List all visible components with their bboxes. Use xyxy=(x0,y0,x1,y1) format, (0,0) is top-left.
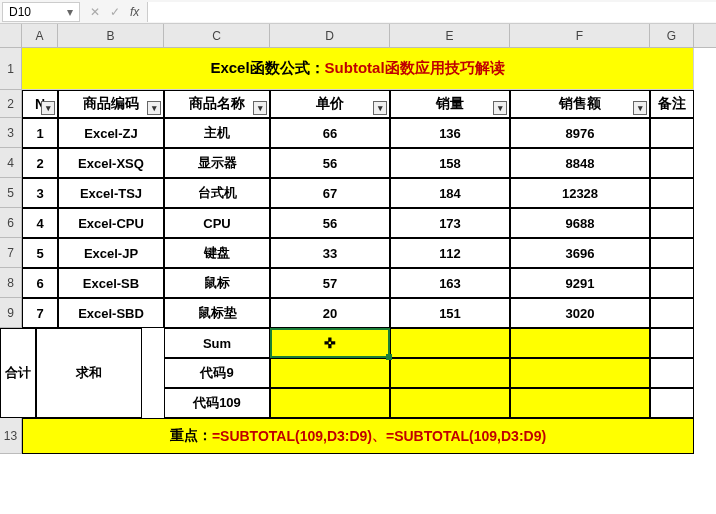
cell-price[interactable]: 57 xyxy=(270,268,390,298)
cell-sales[interactable]: 8976 xyxy=(510,118,650,148)
cell-code[interactable]: Excel-SBD xyxy=(58,298,164,328)
header-name[interactable]: 商品名称▾ xyxy=(164,90,270,118)
row-header-9[interactable]: 9 xyxy=(0,298,22,328)
row-header-13[interactable]: 13 xyxy=(0,418,22,454)
filter-icon[interactable]: ▾ xyxy=(373,101,387,115)
cell-name[interactable]: 台式机 xyxy=(164,178,270,208)
code9-label[interactable]: 代码9 xyxy=(164,358,270,388)
cell-D12[interactable] xyxy=(270,388,390,418)
cell-G12[interactable] xyxy=(650,388,694,418)
select-all-corner[interactable] xyxy=(0,24,22,48)
row-header-8[interactable]: 8 xyxy=(0,268,22,298)
cell-remark[interactable] xyxy=(650,118,694,148)
cell-sales[interactable]: 12328 xyxy=(510,178,650,208)
cell-price[interactable]: 20 xyxy=(270,298,390,328)
cell-code[interactable]: Excel-TSJ xyxy=(58,178,164,208)
cell-code[interactable]: Excel-CPU xyxy=(58,208,164,238)
header-price[interactable]: 单价▾ xyxy=(270,90,390,118)
cell-name[interactable]: 主机 xyxy=(164,118,270,148)
filter-icon[interactable]: ▾ xyxy=(633,101,647,115)
cell-qty[interactable]: 136 xyxy=(390,118,510,148)
cell-remark[interactable] xyxy=(650,178,694,208)
cell-price[interactable]: 67 xyxy=(270,178,390,208)
cell-price[interactable]: 56 xyxy=(270,148,390,178)
cell-E11[interactable] xyxy=(390,358,510,388)
col-header-A[interactable]: A xyxy=(22,24,58,47)
cell-n[interactable]: 5 xyxy=(22,238,58,268)
row-header-4[interactable]: 4 xyxy=(0,148,22,178)
cell-qty[interactable]: 184 xyxy=(390,178,510,208)
fx-icon[interactable]: fx xyxy=(130,5,139,19)
cell-remark[interactable] xyxy=(650,298,694,328)
cell-name[interactable]: CPU xyxy=(164,208,270,238)
cell-code[interactable]: Excel-ZJ xyxy=(58,118,164,148)
cell-code[interactable]: Excel-SB xyxy=(58,268,164,298)
cell-D11[interactable] xyxy=(270,358,390,388)
row-header-1[interactable]: 1 xyxy=(0,48,22,90)
cell-qty[interactable]: 163 xyxy=(390,268,510,298)
cell-qty[interactable]: 158 xyxy=(390,148,510,178)
cell-n[interactable]: 3 xyxy=(22,178,58,208)
cell-E10[interactable] xyxy=(390,328,510,358)
cell-qty[interactable]: 112 xyxy=(390,238,510,268)
cell-n[interactable]: 7 xyxy=(22,298,58,328)
cell-G11[interactable] xyxy=(650,358,694,388)
header-sales[interactable]: 销售额▾ xyxy=(510,90,650,118)
row-header-6[interactable]: 6 xyxy=(0,208,22,238)
cell-code[interactable]: Excel-XSQ xyxy=(58,148,164,178)
cancel-icon[interactable]: ✕ xyxy=(90,5,100,19)
col-header-E[interactable]: E xyxy=(390,24,510,47)
col-header-C[interactable]: C xyxy=(164,24,270,47)
header-code[interactable]: 商品编码▾ xyxy=(58,90,164,118)
sum-label[interactable]: Sum xyxy=(164,328,270,358)
cell-price[interactable]: 56 xyxy=(270,208,390,238)
col-header-B[interactable]: B xyxy=(58,24,164,47)
row-header-7[interactable]: 7 xyxy=(0,238,22,268)
cell-n[interactable]: 2 xyxy=(22,148,58,178)
header-qty[interactable]: 销量▾ xyxy=(390,90,510,118)
cell-E12[interactable] xyxy=(390,388,510,418)
cell-sales[interactable]: 3696 xyxy=(510,238,650,268)
cell-name[interactable]: 鼠标垫 xyxy=(164,298,270,328)
cell-sales[interactable]: 9688 xyxy=(510,208,650,238)
name-box[interactable]: D10 ▾ xyxy=(2,2,80,22)
col-header-F[interactable]: F xyxy=(510,24,650,47)
cell-sales[interactable]: 8848 xyxy=(510,148,650,178)
cell-n[interactable]: 1 xyxy=(22,118,58,148)
col-header-G[interactable]: G xyxy=(650,24,694,47)
filter-icon[interactable]: ▾ xyxy=(253,101,267,115)
cell-remark[interactable] xyxy=(650,238,694,268)
cell-remark[interactable] xyxy=(650,268,694,298)
cell-name[interactable]: 鼠标 xyxy=(164,268,270,298)
cell-code[interactable]: Excel-JP xyxy=(58,238,164,268)
title-banner[interactable]: Excel函数公式： Subtotal函数应用技巧解读 xyxy=(22,48,694,90)
filter-icon[interactable]: ▾ xyxy=(147,101,161,115)
cell-F12[interactable] xyxy=(510,388,650,418)
cell-remark[interactable] xyxy=(650,208,694,238)
chevron-down-icon[interactable]: ▾ xyxy=(67,5,73,19)
filter-icon[interactable]: ▾ xyxy=(493,101,507,115)
header-remark[interactable]: 备注 xyxy=(650,90,694,118)
header-N[interactable]: N▾ xyxy=(22,90,58,118)
bottom-banner[interactable]: 重点： =SUBTOTAL(109,D3:D9) 、 =SUBTOTAL(109… xyxy=(22,418,694,454)
col-header-D[interactable]: D xyxy=(270,24,390,47)
row-header-5[interactable]: 5 xyxy=(0,178,22,208)
merge-total-A[interactable]: 合计 xyxy=(0,328,36,418)
cell-D10-selected[interactable]: ✜ xyxy=(270,328,390,358)
cell-price[interactable]: 66 xyxy=(270,118,390,148)
cell-qty[interactable]: 151 xyxy=(390,298,510,328)
cell-remark[interactable] xyxy=(650,148,694,178)
cell-sales[interactable]: 9291 xyxy=(510,268,650,298)
cell-F11[interactable] xyxy=(510,358,650,388)
row-header-3[interactable]: 3 xyxy=(0,118,22,148)
cell-qty[interactable]: 173 xyxy=(390,208,510,238)
row-header-2[interactable]: 2 xyxy=(0,90,22,118)
cell-sales[interactable]: 3020 xyxy=(510,298,650,328)
code109-label[interactable]: 代码109 xyxy=(164,388,270,418)
confirm-icon[interactable]: ✓ xyxy=(110,5,120,19)
cell-F10[interactable] xyxy=(510,328,650,358)
cell-name[interactable]: 显示器 xyxy=(164,148,270,178)
cell-price[interactable]: 33 xyxy=(270,238,390,268)
cell-n[interactable]: 4 xyxy=(22,208,58,238)
filter-icon[interactable]: ▾ xyxy=(41,101,55,115)
